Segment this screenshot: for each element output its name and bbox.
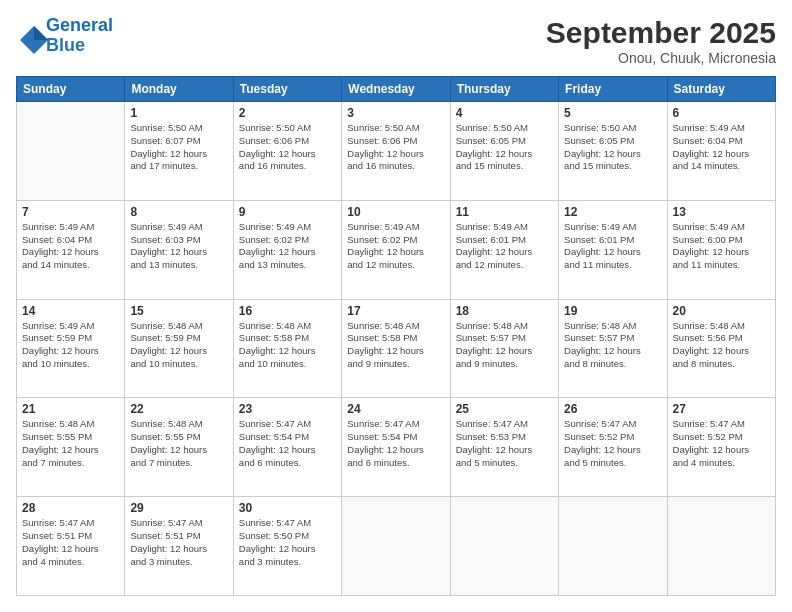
day-info: Sunrise: 5:47 AM Sunset: 5:51 PM Dayligh… [22, 517, 119, 568]
day-number: 2 [239, 106, 336, 120]
day-info: Sunrise: 5:50 AM Sunset: 6:05 PM Dayligh… [456, 122, 553, 173]
day-info: Sunrise: 5:49 AM Sunset: 6:00 PM Dayligh… [673, 221, 770, 272]
day-cell: 28Sunrise: 5:47 AM Sunset: 5:51 PM Dayli… [17, 497, 125, 596]
day-cell: 15Sunrise: 5:48 AM Sunset: 5:59 PM Dayli… [125, 299, 233, 398]
day-number: 21 [22, 402, 119, 416]
day-info: Sunrise: 5:47 AM Sunset: 5:52 PM Dayligh… [564, 418, 661, 469]
month-title: September 2025 [546, 16, 776, 50]
day-cell: 5Sunrise: 5:50 AM Sunset: 6:05 PM Daylig… [559, 102, 667, 201]
day-cell: 26Sunrise: 5:47 AM Sunset: 5:52 PM Dayli… [559, 398, 667, 497]
calendar-table: SundayMondayTuesdayWednesdayThursdayFrid… [16, 76, 776, 596]
day-cell: 2Sunrise: 5:50 AM Sunset: 6:06 PM Daylig… [233, 102, 341, 201]
day-number: 6 [673, 106, 770, 120]
day-cell: 4Sunrise: 5:50 AM Sunset: 6:05 PM Daylig… [450, 102, 558, 201]
day-info: Sunrise: 5:47 AM Sunset: 5:54 PM Dayligh… [239, 418, 336, 469]
day-cell: 17Sunrise: 5:48 AM Sunset: 5:58 PM Dayli… [342, 299, 450, 398]
day-number: 11 [456, 205, 553, 219]
day-number: 19 [564, 304, 661, 318]
day-number: 29 [130, 501, 227, 515]
week-row-4: 21Sunrise: 5:48 AM Sunset: 5:55 PM Dayli… [17, 398, 776, 497]
logo-line1: General [46, 15, 113, 35]
day-info: Sunrise: 5:49 AM Sunset: 6:02 PM Dayligh… [239, 221, 336, 272]
day-cell [667, 497, 775, 596]
day-info: Sunrise: 5:49 AM Sunset: 5:59 PM Dayligh… [22, 320, 119, 371]
day-cell [559, 497, 667, 596]
day-number: 10 [347, 205, 444, 219]
day-number: 4 [456, 106, 553, 120]
day-number: 27 [673, 402, 770, 416]
day-info: Sunrise: 5:50 AM Sunset: 6:07 PM Dayligh… [130, 122, 227, 173]
day-info: Sunrise: 5:48 AM Sunset: 5:58 PM Dayligh… [347, 320, 444, 371]
logo-text: General Blue [46, 16, 113, 56]
day-number: 28 [22, 501, 119, 515]
day-number: 3 [347, 106, 444, 120]
logo-icon [16, 22, 44, 50]
header: General Blue September 2025 Onou, Chuuk,… [16, 16, 776, 66]
day-info: Sunrise: 5:50 AM Sunset: 6:06 PM Dayligh… [239, 122, 336, 173]
week-row-1: 1Sunrise: 5:50 AM Sunset: 6:07 PM Daylig… [17, 102, 776, 201]
day-info: Sunrise: 5:49 AM Sunset: 6:03 PM Dayligh… [130, 221, 227, 272]
day-number: 16 [239, 304, 336, 318]
day-info: Sunrise: 5:49 AM Sunset: 6:04 PM Dayligh… [22, 221, 119, 272]
week-row-3: 14Sunrise: 5:49 AM Sunset: 5:59 PM Dayli… [17, 299, 776, 398]
day-number: 20 [673, 304, 770, 318]
day-cell: 27Sunrise: 5:47 AM Sunset: 5:52 PM Dayli… [667, 398, 775, 497]
day-info: Sunrise: 5:49 AM Sunset: 6:02 PM Dayligh… [347, 221, 444, 272]
day-cell: 30Sunrise: 5:47 AM Sunset: 5:50 PM Dayli… [233, 497, 341, 596]
day-number: 9 [239, 205, 336, 219]
day-cell: 13Sunrise: 5:49 AM Sunset: 6:00 PM Dayli… [667, 200, 775, 299]
day-number: 14 [22, 304, 119, 318]
day-number: 30 [239, 501, 336, 515]
day-number: 12 [564, 205, 661, 219]
calendar-header-row: SundayMondayTuesdayWednesdayThursdayFrid… [17, 77, 776, 102]
day-info: Sunrise: 5:48 AM Sunset: 5:58 PM Dayligh… [239, 320, 336, 371]
day-cell [450, 497, 558, 596]
day-info: Sunrise: 5:47 AM Sunset: 5:53 PM Dayligh… [456, 418, 553, 469]
day-cell: 10Sunrise: 5:49 AM Sunset: 6:02 PM Dayli… [342, 200, 450, 299]
day-info: Sunrise: 5:47 AM Sunset: 5:54 PM Dayligh… [347, 418, 444, 469]
header-day-tuesday: Tuesday [233, 77, 341, 102]
day-cell: 7Sunrise: 5:49 AM Sunset: 6:04 PM Daylig… [17, 200, 125, 299]
day-number: 26 [564, 402, 661, 416]
day-info: Sunrise: 5:48 AM Sunset: 5:56 PM Dayligh… [673, 320, 770, 371]
day-cell: 24Sunrise: 5:47 AM Sunset: 5:54 PM Dayli… [342, 398, 450, 497]
day-info: Sunrise: 5:50 AM Sunset: 6:06 PM Dayligh… [347, 122, 444, 173]
day-cell [17, 102, 125, 201]
day-cell: 18Sunrise: 5:48 AM Sunset: 5:57 PM Dayli… [450, 299, 558, 398]
day-number: 7 [22, 205, 119, 219]
day-cell: 29Sunrise: 5:47 AM Sunset: 5:51 PM Dayli… [125, 497, 233, 596]
day-cell: 19Sunrise: 5:48 AM Sunset: 5:57 PM Dayli… [559, 299, 667, 398]
week-row-5: 28Sunrise: 5:47 AM Sunset: 5:51 PM Dayli… [17, 497, 776, 596]
header-day-thursday: Thursday [450, 77, 558, 102]
day-info: Sunrise: 5:49 AM Sunset: 6:01 PM Dayligh… [456, 221, 553, 272]
day-info: Sunrise: 5:47 AM Sunset: 5:51 PM Dayligh… [130, 517, 227, 568]
day-cell: 3Sunrise: 5:50 AM Sunset: 6:06 PM Daylig… [342, 102, 450, 201]
day-number: 1 [130, 106, 227, 120]
header-day-monday: Monday [125, 77, 233, 102]
day-cell: 20Sunrise: 5:48 AM Sunset: 5:56 PM Dayli… [667, 299, 775, 398]
day-info: Sunrise: 5:48 AM Sunset: 5:57 PM Dayligh… [456, 320, 553, 371]
day-cell [342, 497, 450, 596]
day-number: 13 [673, 205, 770, 219]
day-cell: 21Sunrise: 5:48 AM Sunset: 5:55 PM Dayli… [17, 398, 125, 497]
day-number: 5 [564, 106, 661, 120]
title-block: September 2025 Onou, Chuuk, Micronesia [546, 16, 776, 66]
day-info: Sunrise: 5:48 AM Sunset: 5:55 PM Dayligh… [22, 418, 119, 469]
day-cell: 22Sunrise: 5:48 AM Sunset: 5:55 PM Dayli… [125, 398, 233, 497]
week-row-2: 7Sunrise: 5:49 AM Sunset: 6:04 PM Daylig… [17, 200, 776, 299]
day-number: 8 [130, 205, 227, 219]
day-cell: 1Sunrise: 5:50 AM Sunset: 6:07 PM Daylig… [125, 102, 233, 201]
header-day-sunday: Sunday [17, 77, 125, 102]
day-info: Sunrise: 5:49 AM Sunset: 6:01 PM Dayligh… [564, 221, 661, 272]
svg-marker-1 [34, 26, 48, 40]
day-info: Sunrise: 5:50 AM Sunset: 6:05 PM Dayligh… [564, 122, 661, 173]
day-cell: 23Sunrise: 5:47 AM Sunset: 5:54 PM Dayli… [233, 398, 341, 497]
day-info: Sunrise: 5:48 AM Sunset: 5:57 PM Dayligh… [564, 320, 661, 371]
day-cell: 11Sunrise: 5:49 AM Sunset: 6:01 PM Dayli… [450, 200, 558, 299]
day-info: Sunrise: 5:47 AM Sunset: 5:52 PM Dayligh… [673, 418, 770, 469]
day-number: 25 [456, 402, 553, 416]
day-cell: 6Sunrise: 5:49 AM Sunset: 6:04 PM Daylig… [667, 102, 775, 201]
day-number: 17 [347, 304, 444, 318]
page: General Blue September 2025 Onou, Chuuk,… [0, 0, 792, 612]
header-day-saturday: Saturday [667, 77, 775, 102]
